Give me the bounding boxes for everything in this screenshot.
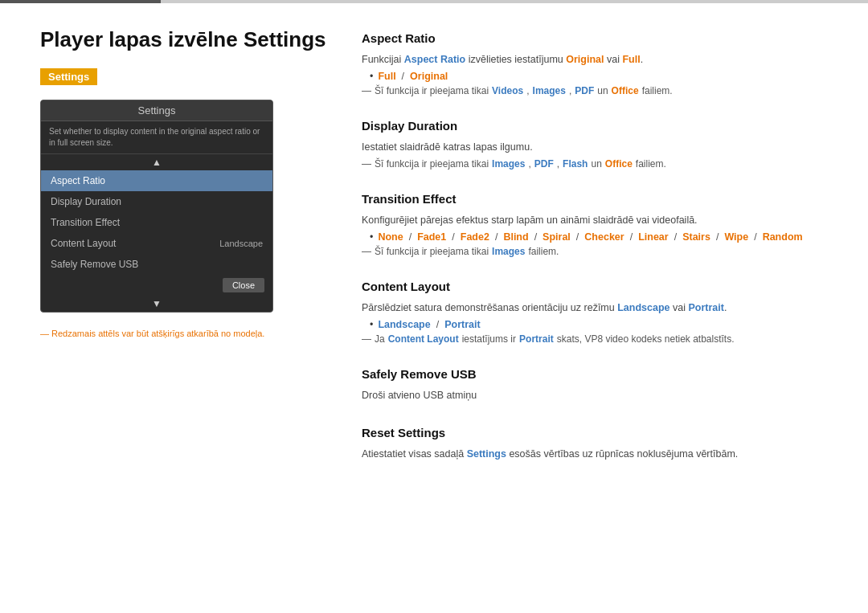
section-title-safely-remove-usb: Safely Remove USB: [362, 367, 828, 381]
settings-menu: Aspect RatioDisplay DurationTransition E…: [41, 170, 272, 275]
section-body-content-layout: Pārslēdziet satura demonstrēšanas orient…: [362, 300, 828, 316]
section-body-safely-remove-usb: Droši atvieno USB atmiņu: [362, 387, 828, 403]
settings-menu-item-4[interactable]: Safely Remove USB: [41, 254, 272, 275]
top-border: [0, 0, 868, 3]
page-container: Player lapas izvēlne Settings Settings S…: [0, 3, 868, 509]
section-body-display-duration: Iestatiet slaidrādē katras lapas ilgumu.: [362, 139, 828, 155]
sections-container: Aspect RatioFunkcijai Aspect Ratio izvēl…: [362, 31, 828, 462]
menu-item-label: Transition Effect: [51, 217, 120, 228]
note-content-layout-0: Ja Content Layout iestatījums ir Portrai…: [362, 333, 828, 345]
menu-item-label: Aspect Ratio: [51, 175, 105, 186]
left-panel: Player lapas izvēlne Settings Settings S…: [40, 27, 330, 484]
section-body-aspect-ratio: Funkcijai Aspect Ratio izvēlieties iesta…: [362, 51, 828, 67]
note-display-duration-0: Šī funkcija ir pieejama tikai Images, PD…: [362, 158, 828, 170]
section-body-reset-settings: Atiestatiet visas sadaļā Settings esošās…: [362, 446, 828, 462]
settings-badge: Settings: [40, 68, 97, 85]
section-title-content-layout: Content Layout: [362, 280, 828, 293]
settings-menu-item-0[interactable]: Aspect Ratio: [41, 170, 272, 191]
menu-item-value: Landscape: [219, 239, 263, 248]
note-aspect-ratio-0: Šī funkcija ir pieejama tikai Videos, Im…: [362, 85, 828, 96]
bullet-content-layout-0: Landscape / Portrait: [370, 319, 828, 330]
section-title-display-duration: Display Duration: [362, 119, 828, 133]
settings-menu-item-2[interactable]: Transition Effect: [41, 212, 272, 233]
section-aspect-ratio: Aspect RatioFunkcijai Aspect Ratio izvēl…: [362, 31, 828, 96]
settings-window: Settings Set whether to display content …: [40, 100, 273, 313]
settings-close-button[interactable]: Close: [223, 278, 264, 292]
top-border-left: [0, 0, 161, 3]
nav-up-icon[interactable]: ▲: [41, 154, 272, 170]
section-safely-remove-usb: Safely Remove USBDroši atvieno USB atmiņ…: [362, 367, 828, 403]
bullet-aspect-ratio-0: Full / Original: [370, 71, 828, 82]
bullet-transition-effect-0: None / Fade1 / Fade2 / Blind / Spiral / …: [370, 231, 828, 243]
section-transition-effect: Transition EffectKonfigurējiet pārejas e…: [362, 192, 828, 257]
section-body-transition-effect: Konfigurējiet pārejas efektus starp lapā…: [362, 212, 828, 228]
page-title: Player lapas izvēlne Settings: [40, 27, 330, 52]
settings-menu-item-1[interactable]: Display Duration: [41, 191, 272, 212]
nav-down-icon[interactable]: ▼: [41, 296, 272, 312]
section-content-layout: Content LayoutPārslēdziet satura demonst…: [362, 280, 828, 345]
section-reset-settings: Reset SettingsAtiestatiet visas sadaļā S…: [362, 426, 828, 462]
section-display-duration: Display DurationIestatiet slaidrādē katr…: [362, 119, 828, 170]
menu-item-label: Display Duration: [51, 196, 121, 207]
menu-item-label: Safely Remove USB: [51, 259, 138, 270]
section-title-reset-settings: Reset Settings: [362, 426, 828, 439]
top-border-right: [161, 0, 868, 3]
section-title-aspect-ratio: Aspect Ratio: [362, 31, 828, 45]
footnote: Redzamais attēls var būt atšķirīgs atkar…: [40, 329, 330, 338]
section-title-transition-effect: Transition Effect: [362, 192, 828, 206]
note-transition-effect-0: Šī funkcija ir pieejama tikai Images fai…: [362, 246, 828, 257]
settings-menu-item-3[interactable]: Content LayoutLandscape: [41, 233, 272, 254]
right-panel: Aspect RatioFunkcijai Aspect Ratio izvēl…: [362, 27, 828, 484]
settings-close-row: Close: [41, 275, 272, 296]
settings-window-titlebar: Settings: [41, 100, 272, 121]
settings-window-subtitle: Set whether to display content in the or…: [41, 121, 272, 154]
menu-item-label: Content Layout: [51, 238, 116, 249]
